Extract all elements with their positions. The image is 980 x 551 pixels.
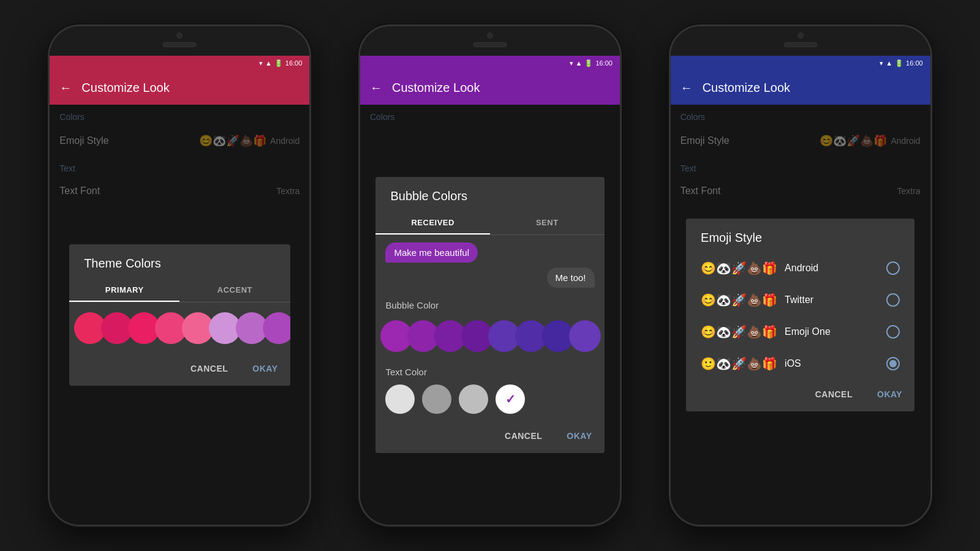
theme-color-circles [69,302,290,354]
emoji-icons-ios: 🙂🐼🚀💩🎁 [701,356,777,371]
radio-ios[interactable] [886,357,900,370]
emoji-dialog-actions: CANCEL OKAY [686,380,914,411]
bubble-dialog-tabs: RECEIVED SENT [375,211,604,235]
signal-icon: ▲ [265,59,272,67]
text-color-4[interactable]: ✓ [496,384,525,414]
back-button-1[interactable]: ← [59,81,72,95]
dialog-overlay-1: Theme Colors PRIMARY ACCENT [50,105,309,525]
wifi-icon-2: ▾ [570,59,573,67]
dialog-overlay-3: Emoji Style 😊🐼🚀💩🎁 Android 😊🐼🚀💩🎁 Twitter [671,105,930,525]
phone-speaker-1 [163,42,197,47]
bubble-colors-dialog: Bubble Colors RECEIVED SENT Make me beau… [375,177,604,453]
phone-speaker-3 [783,42,817,47]
emoji-dialog-title: Emoji Style [686,219,914,252]
bubble-color-label: Bubble Color [375,295,604,310]
cancel-button-2[interactable]: CANCEL [500,426,547,446]
emoji-option-android[interactable]: 😊🐼🚀💩🎁 Android [686,252,914,284]
time-display-3: 16:00 [906,59,923,67]
radio-android[interactable] [886,261,900,275]
status-bar-1: ▾ ▲ 🔋 16:00 [50,56,309,70]
emoji-name-ios: iOS [785,358,879,369]
phone-camera-2 [487,32,493,39]
dialog-actions-1: CANCEL OKAY [69,354,290,386]
emoji-name-android: Android [785,263,879,274]
signal-icon-3: ▲ [886,59,892,67]
text-color-2[interactable] [422,384,451,414]
tab-primary[interactable]: PRIMARY [69,278,179,302]
text-color-3[interactable] [459,384,488,414]
back-button-3[interactable]: ← [680,81,693,95]
received-bubble: Make me beautiful [385,242,478,263]
status-bar-3: ▾ ▲ 🔋 16:00 [671,56,930,70]
bubble-color-circles [375,310,604,362]
cancel-button-1[interactable]: CANCEL [186,359,233,378]
bubble-dialog-title: Bubble Colors [375,177,604,211]
screen-content-3: Colors Emoji Style 😊🐼🚀💩🎁 Android Emoji S… [671,105,930,525]
wifi-icon: ▾ [259,59,263,67]
phone-camera-3 [797,32,804,39]
emoji-option-emojione[interactable]: 😊🐼🚀💩🎁 Emoji One [686,316,914,348]
emoji-option-ios[interactable]: 🙂🐼🚀💩🎁 iOS [686,348,914,380]
sent-bubble: Me too! [547,268,595,288]
battery-icon-2: 🔋 [584,59,593,67]
phone-screen-3: ▾ ▲ 🔋 16:00 ← Customize Look Colors Emoj… [671,56,930,525]
okay-button-1[interactable]: OKAY [247,359,282,378]
phone-top-bar-1 [50,26,309,56]
app-bar-1: ← Customize Look [50,70,309,105]
phone-3: ▾ ▲ 🔋 16:00 ← Customize Look Colors Emoj… [669,24,932,527]
app-bar-2: ← Customize Look [360,70,620,105]
status-bar-2: ▾ ▲ 🔋 16:00 [360,56,620,70]
check-icon: ✓ [505,392,516,407]
tab-accent[interactable]: ACCENT [179,278,290,302]
radio-twitter[interactable] [886,293,900,307]
bubble-dialog-actions: CANCEL OKAY [375,421,604,453]
text-color-1[interactable] [385,384,415,414]
phone-1: ▾ ▲ 🔋 16:00 ← Customize Look Colors Emoj… [48,24,311,527]
emoji-name-emojione: Emoji One [785,326,879,337]
phone-2: ▾ ▲ 🔋 16:00 ← Customize Look Colors Bubb… [358,24,622,527]
phone-speaker-2 [473,42,507,47]
screen-content-2: Colors Bubble Colors RECEIVED SENT Make … [360,105,620,525]
dialog-title-1: Theme Colors [69,244,290,278]
emoji-name-twitter: Twitter [785,294,879,305]
phone-camera-1 [176,32,183,39]
wifi-icon-3: ▾ [880,59,883,67]
tab-sent[interactable]: SENT [490,211,605,234]
emoji-icons-emojione: 😊🐼🚀💩🎁 [701,324,777,339]
battery-icon: 🔋 [274,59,283,67]
text-color-label: Text Color [375,362,604,377]
emoji-option-twitter[interactable]: 😊🐼🚀💩🎁 Twitter [686,284,914,316]
time-display-1: 16:00 [285,59,303,67]
radio-inner-ios [889,360,897,367]
phone-screen-2: ▾ ▲ 🔋 16:00 ← Customize Look Colors Bubb… [360,56,620,525]
emoji-icons-twitter: 😊🐼🚀💩🎁 [701,293,777,307]
back-button-2[interactable]: ← [370,81,382,95]
phone-top-bar-2 [360,26,620,56]
app-bar-3: ← Customize Look [671,70,930,105]
radio-emojione[interactable] [886,325,900,339]
status-icons-3: ▾ ▲ 🔋 16:00 [880,59,922,67]
okay-button-3[interactable]: OKAY [872,384,907,404]
status-icons-2: ▾ ▲ 🔋 16:00 [570,59,612,67]
bubble-color-8[interactable] [569,320,601,352]
color-circle-8[interactable] [263,312,290,344]
scene: ▾ ▲ 🔋 16:00 ← Customize Look Colors Emoj… [0,0,980,551]
screen-content-1: Colors Emoji Style 😊🐼🚀💩🎁 Android Text Te… [50,105,309,525]
tab-received[interactable]: RECEIVED [375,211,490,234]
signal-icon-2: ▲ [576,59,582,67]
app-bar-title-2: Customize Look [392,81,480,95]
battery-icon-3: 🔋 [895,59,903,67]
text-color-options: ✓ [375,377,604,421]
app-bar-title-1: Customize Look [81,81,169,95]
emoji-style-dialog: Emoji Style 😊🐼🚀💩🎁 Android 😊🐼🚀💩🎁 Twitter [686,219,914,411]
cancel-button-3[interactable]: CANCEL [810,384,858,404]
dialog-tabs-1: PRIMARY ACCENT [69,278,290,302]
emoji-icons-android: 😊🐼🚀💩🎁 [701,261,777,276]
app-bar-title-3: Customize Look [703,81,790,95]
status-icons-1: ▾ ▲ 🔋 16:00 [259,59,302,67]
okay-button-2[interactable]: OKAY [562,426,597,446]
chat-preview-area: Make me beautiful Me too! [375,235,604,295]
dialog-overlay-2: Bubble Colors RECEIVED SENT Make me beau… [360,105,620,525]
theme-colors-dialog: Theme Colors PRIMARY ACCENT [69,244,290,386]
time-display-2: 16:00 [595,59,612,67]
